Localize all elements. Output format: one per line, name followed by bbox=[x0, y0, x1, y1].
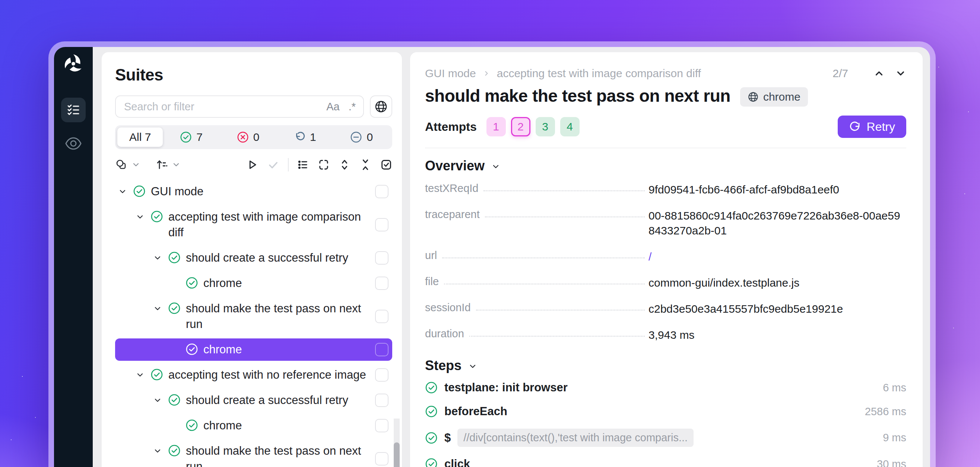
filter-all[interactable]: All 7 bbox=[117, 128, 163, 147]
dotted-leader bbox=[476, 301, 645, 311]
match-case-toggle[interactable]: Aa bbox=[326, 100, 339, 113]
tree-row[interactable]: chrome bbox=[115, 414, 392, 437]
tree-row-checkbox[interactable] bbox=[375, 394, 388, 407]
steps-collapse-icon[interactable] bbox=[468, 362, 477, 371]
tree-row-checkbox[interactable] bbox=[375, 310, 388, 323]
breadcrumb-suite[interactable]: GUI mode bbox=[425, 67, 476, 80]
tree-row-label: accepting test with no reference image bbox=[169, 367, 371, 383]
test-pager: 2/7 bbox=[832, 67, 906, 80]
step-row[interactable]: testplane: init browser 6 ms bbox=[425, 376, 906, 400]
focus-mode-button[interactable] bbox=[318, 159, 329, 171]
tree-row-checkbox[interactable] bbox=[375, 419, 388, 432]
tree-expand-chevron-icon[interactable] bbox=[153, 304, 163, 314]
tree-row[interactable]: should create a successful retry bbox=[115, 389, 392, 411]
tree-row[interactable]: chrome bbox=[115, 272, 392, 295]
test-detail-panel: GUI mode accepting test with image compa… bbox=[410, 52, 923, 467]
attempts-label: Attempts bbox=[425, 120, 477, 134]
tree-row[interactable]: chrome bbox=[115, 338, 392, 361]
run-checked-button[interactable] bbox=[267, 159, 279, 171]
steps-section-header: Steps bbox=[425, 358, 906, 373]
dotted-leader bbox=[469, 328, 645, 336]
regex-toggle[interactable]: .* bbox=[348, 100, 356, 113]
attempt-pill[interactable]: 3 bbox=[536, 117, 555, 136]
prev-test-button[interactable] bbox=[873, 68, 885, 79]
failed-icon bbox=[237, 131, 249, 143]
tree-row-checkbox[interactable] bbox=[375, 452, 388, 465]
expand-all-button[interactable] bbox=[339, 159, 350, 171]
overview-value[interactable]: / bbox=[649, 249, 905, 264]
filter-passed[interactable]: 7 bbox=[163, 131, 220, 143]
overview-collapse-icon[interactable] bbox=[491, 162, 500, 171]
group-icon bbox=[115, 158, 128, 171]
sidebar-item-visual-checks[interactable] bbox=[61, 135, 86, 152]
tree-row[interactable]: should make the test pass on next run bbox=[115, 440, 392, 467]
failed-count: 0 bbox=[253, 131, 259, 143]
tree-row-checkbox[interactable] bbox=[375, 277, 388, 290]
collapse-all-button[interactable] bbox=[360, 159, 371, 171]
step-name: testplane: init browser bbox=[444, 381, 568, 394]
content-area: Suites Aa .* bbox=[93, 47, 930, 467]
browser-filter-button[interactable] bbox=[370, 96, 392, 118]
eye-icon bbox=[65, 137, 81, 150]
status-filter-bar: All 7 7 0 bbox=[115, 125, 392, 149]
tree-scrollbar-thumb[interactable] bbox=[394, 442, 400, 467]
filter-retried[interactable]: 1 bbox=[276, 131, 333, 143]
sort-button[interactable] bbox=[155, 158, 168, 171]
select-all-button[interactable] bbox=[380, 159, 392, 171]
play-icon bbox=[246, 159, 258, 171]
tree-row-label: should make the test pass on next run bbox=[186, 443, 371, 467]
tree-row[interactable]: GUI mode bbox=[115, 180, 392, 203]
next-test-button[interactable] bbox=[895, 68, 906, 79]
attempt-pill[interactable]: 4 bbox=[560, 117, 579, 136]
attempt-pills: 1234 bbox=[487, 117, 585, 136]
tree-row-checkbox[interactable] bbox=[375, 218, 388, 231]
status-passed-icon bbox=[151, 210, 163, 225]
tree-row[interactable]: accepting test with no reference image bbox=[115, 364, 392, 386]
search-row: Aa .* bbox=[115, 96, 392, 118]
breadcrumb-describe[interactable]: accepting test with image comparison dif… bbox=[497, 67, 701, 80]
tree-expand-chevron-icon[interactable] bbox=[135, 370, 145, 381]
overview-row: duration 3,943 ms bbox=[425, 322, 906, 348]
tree-row[interactable]: should make the test pass on next run bbox=[115, 297, 392, 335]
check-icon bbox=[267, 159, 279, 171]
tree-expand-chevron-icon[interactable] bbox=[153, 446, 163, 457]
group-by-caret-icon[interactable] bbox=[132, 160, 140, 169]
overview-section-header: Overview bbox=[425, 158, 906, 174]
overview-key: url bbox=[425, 249, 437, 261]
tree-expand-chevron-icon[interactable] bbox=[153, 253, 163, 264]
filter-skipped[interactable]: 0 bbox=[333, 131, 390, 143]
step-row[interactable]: click 30 ms bbox=[425, 452, 906, 467]
step-row[interactable]: $ //div[contains(text(),'test with image… bbox=[425, 423, 906, 452]
tree-expand-chevron-icon[interactable] bbox=[135, 212, 145, 223]
step-passed-icon bbox=[425, 458, 438, 467]
tree-row[interactable]: should create a successful retry bbox=[115, 247, 392, 269]
tree-row-label: should create a successful retry bbox=[186, 392, 371, 408]
step-name: click bbox=[444, 457, 470, 467]
tree-row-checkbox[interactable] bbox=[375, 368, 388, 382]
overview-value: 00-8815860c914fa0c263769e7226ab36e8-00ae… bbox=[649, 208, 905, 238]
steps-rows: testplane: init browser 6 ms beforeEach … bbox=[425, 376, 906, 467]
attempt-pill[interactable]: 2 bbox=[511, 117, 530, 136]
retry-button[interactable]: Retry bbox=[838, 116, 906, 138]
skipped-count: 0 bbox=[366, 131, 373, 143]
passed-icon bbox=[180, 131, 192, 143]
brackets-icon bbox=[318, 159, 329, 171]
run-button[interactable] bbox=[246, 159, 258, 171]
tree-row-checkbox[interactable] bbox=[375, 185, 388, 198]
search-input[interactable] bbox=[123, 100, 326, 113]
attempt-pill[interactable]: 1 bbox=[487, 117, 506, 136]
tree-expand-chevron-icon[interactable] bbox=[118, 187, 128, 198]
step-row[interactable]: beforeEach 2586 ms bbox=[425, 400, 906, 423]
sidebar-item-suites[interactable] bbox=[61, 98, 86, 122]
tree-row[interactable]: accepting test with image comparison dif… bbox=[115, 206, 392, 244]
sort-caret-icon[interactable] bbox=[172, 160, 181, 169]
tree-toolbar bbox=[115, 158, 392, 171]
tree-row-checkbox[interactable] bbox=[375, 343, 388, 356]
view-list-button[interactable] bbox=[297, 159, 309, 171]
tree-row-checkbox[interactable] bbox=[375, 251, 388, 265]
dotted-leader bbox=[444, 276, 645, 284]
search-box: Aa .* bbox=[115, 96, 364, 118]
filter-failed[interactable]: 0 bbox=[220, 131, 276, 143]
group-by-button[interactable] bbox=[115, 158, 128, 171]
tree-expand-chevron-icon[interactable] bbox=[153, 396, 163, 406]
